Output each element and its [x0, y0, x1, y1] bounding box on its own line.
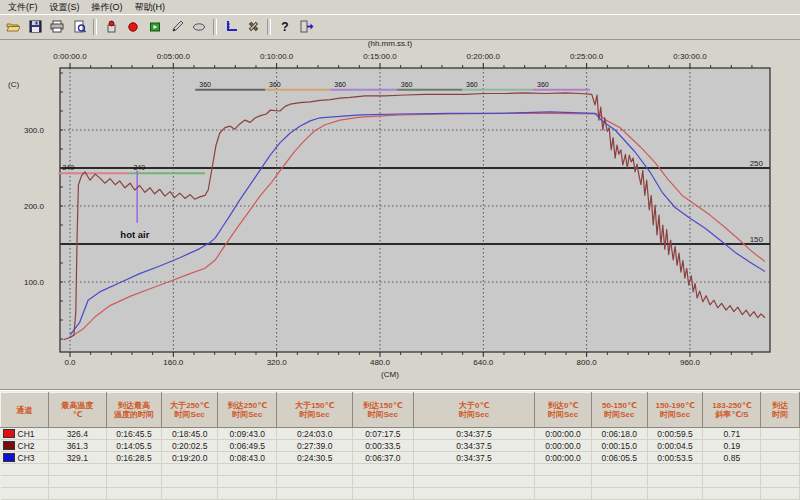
- profile-chart-canvas: 300.0200.0100.02501500:00:00.00.00:05:00…: [0, 37, 800, 386]
- help-icon[interactable]: ?: [275, 17, 295, 37]
- table-header-cell: 通道: [1, 393, 49, 428]
- table-empty-cell: [162, 464, 218, 476]
- menu-item-file[interactable]: 文件(F): [2, 0, 44, 15]
- table-value-cell: 0:06:37.0: [352, 452, 413, 464]
- y-axis-label: 200.0: [24, 202, 45, 211]
- open-folder-icon[interactable]: [3, 17, 23, 37]
- table-empty-cell: [277, 464, 353, 476]
- bottom-axis-tick-label: 160.0: [163, 358, 184, 367]
- bottom-axis-tick-label: 0.0: [64, 358, 76, 367]
- top-axis-tick-label: 0:30:00.0: [673, 52, 707, 61]
- table-empty-cell: [413, 464, 535, 476]
- eraser-icon[interactable]: [189, 17, 209, 37]
- table-empty-cell: [413, 476, 535, 488]
- table-empty-cell: [48, 476, 106, 488]
- table-empty-cell: [647, 464, 702, 476]
- table-empty-cell: [703, 464, 761, 476]
- table-empty-row: [1, 464, 800, 476]
- menu-bar: 文件(F)设置(S)操作(O)帮助(H): [0, 0, 800, 14]
- table-header-cell: 到达最高 温度的时间: [106, 393, 161, 428]
- table-value-cell: 0:00:59.5: [647, 428, 702, 440]
- zone-setpoint-label: 360: [199, 81, 211, 88]
- table-value-cell: 0:14:05.5: [106, 440, 161, 452]
- settings-tools-icon[interactable]: [243, 17, 263, 37]
- record-icon[interactable]: [123, 17, 143, 37]
- channel-cell: CH2: [1, 440, 49, 452]
- table-header-cell: 到达0℃ 时间Sec: [535, 393, 591, 428]
- table-empty-cell: [162, 488, 218, 500]
- table-value-cell: 0.19: [703, 440, 761, 452]
- table-row[interactable]: CH1326.40:16:45.50:18:45.00:09:43.00:24:…: [1, 428, 800, 440]
- save-icon[interactable]: [25, 17, 45, 37]
- zone-setpoint-label: 360: [537, 81, 549, 88]
- table-empty-cell: [535, 476, 591, 488]
- table-value-cell: 0:19:20.0: [162, 452, 218, 464]
- table-value-cell: 0:00:53.5: [647, 452, 702, 464]
- exit-icon[interactable]: [297, 17, 317, 37]
- zone-setpoint-label: 360: [401, 81, 413, 88]
- table-value-cell: 0:18:45.0: [162, 428, 218, 440]
- table-empty-cell: [218, 464, 277, 476]
- table-value-cell: [761, 440, 800, 452]
- start-sample-icon[interactable]: [101, 17, 121, 37]
- table-empty-cell: [591, 488, 647, 500]
- zone-setpoint-label: 240: [62, 164, 74, 171]
- table-value-cell: 0:00:00.0: [535, 428, 591, 440]
- table-value-cell: 361.3: [48, 440, 106, 452]
- table-empty-cell: [277, 488, 353, 500]
- table-header-cell: 大于150℃ 时间Sec: [277, 393, 353, 428]
- profile-chart: 300.0200.0100.02501500:00:00.00.00:05:00…: [0, 37, 800, 386]
- table-empty-row: [1, 488, 800, 500]
- table-row[interactable]: CH3329.10:16:28.50:19:20.00:08:43.00:24:…: [1, 452, 800, 464]
- channel-color-swatch: [3, 453, 15, 462]
- plot-area: [60, 68, 770, 352]
- table-header-cell: 大于0℃ 时间Sec: [413, 393, 535, 428]
- table-empty-row: [1, 476, 800, 488]
- table-value-cell: 0:20:02.5: [162, 440, 218, 452]
- menu-item-help[interactable]: 帮助(H): [129, 0, 172, 15]
- table-empty-cell: [162, 476, 218, 488]
- table-value-cell: 0:00:15.0: [591, 440, 647, 452]
- table-value-cell: 0:06:18.0: [591, 428, 647, 440]
- print-preview-icon[interactable]: [69, 17, 89, 37]
- y-axis-title: (C): [8, 80, 19, 89]
- table-value-cell: 0.85: [703, 452, 761, 464]
- bottom-axis-tick-label: 800.0: [577, 358, 598, 367]
- table-value-cell: [761, 452, 800, 464]
- table-empty-cell: [535, 488, 591, 500]
- table-header-cell: 183-250℃ 斜率℃/S: [703, 393, 761, 428]
- threshold-label: 250: [750, 159, 764, 168]
- table-value-cell: 0:24:03.0: [277, 428, 353, 440]
- table-empty-cell: [591, 464, 647, 476]
- top-axis-tick-label: 0:15:00.0: [363, 52, 397, 61]
- zone-setpoint-label: 360: [334, 81, 346, 88]
- menu-item-settings[interactable]: 设置(S): [44, 0, 86, 15]
- table-empty-cell: [352, 476, 413, 488]
- table-empty-cell: [761, 464, 800, 476]
- menu-item-operate[interactable]: 操作(O): [86, 0, 129, 15]
- pen-icon[interactable]: [167, 17, 187, 37]
- channel-color-swatch: [3, 441, 15, 450]
- bottom-axis-tick-label: 480.0: [370, 358, 391, 367]
- table-value-cell: 0:00:00.0: [535, 440, 591, 452]
- table-empty-cell: [761, 488, 800, 500]
- table-value-cell: 0:00:00.0: [535, 452, 591, 464]
- table-empty-cell: [48, 488, 106, 500]
- hot-air-annotation: hot air: [120, 229, 149, 240]
- table-row[interactable]: CH2361.30:14:05.50:20:02.50:06:49.50:27:…: [1, 440, 800, 452]
- play-icon[interactable]: [145, 17, 165, 37]
- table-empty-cell: [703, 476, 761, 488]
- bottom-axis-tick-label: 320.0: [267, 358, 288, 367]
- top-axis-tick-label: 0:05:00.0: [157, 52, 191, 61]
- top-axis-title: (hh.mm.ss.t): [368, 39, 413, 48]
- results-table: 通道最高温度 ℃到达最高 温度的时间大于250℃ 时间Sec到达250℃ 时间S…: [0, 392, 800, 500]
- svg-text:?: ?: [281, 20, 288, 33]
- table-value-cell: 0:34:37.5: [413, 452, 535, 464]
- table-empty-cell: [106, 476, 161, 488]
- table-empty-cell: [591, 476, 647, 488]
- results-table-panel: 通道最高温度 ℃到达最高 温度的时间大于250℃ 时间Sec到达250℃ 时间S…: [0, 389, 800, 500]
- print-icon[interactable]: [47, 17, 67, 37]
- table-empty-cell: [647, 476, 702, 488]
- y-axis-label: 100.0: [24, 278, 45, 287]
- chart-axes-icon[interactable]: [221, 17, 241, 37]
